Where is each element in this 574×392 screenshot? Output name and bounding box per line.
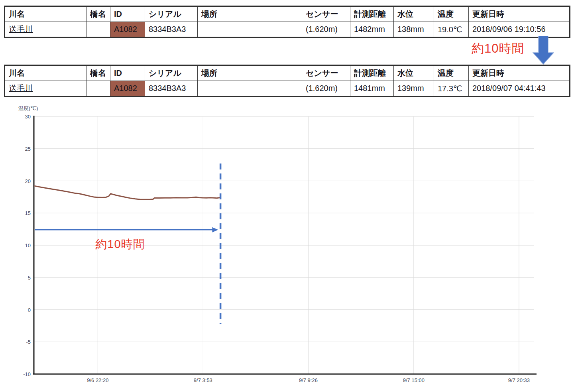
y-tick-label: 5 — [28, 275, 31, 281]
table-row: 送毛川A10828334B3A3(1.620m)1481mm139mm17.3℃… — [5, 81, 570, 97]
header-row: 川名橋名IDシリアル場所センサー計測距離水位温度更新日時 — [5, 65, 570, 81]
col-header-5: センサー — [302, 65, 350, 81]
col-header-4: 場所 — [198, 65, 302, 81]
col-header-4: 場所 — [198, 6, 302, 22]
col-header-8: 温度 — [434, 6, 469, 22]
table-row: 送毛川A10828334B3A3(1.620m)1482mm138mm19.0℃… — [5, 22, 570, 37]
col-header-1: 橋名 — [86, 65, 110, 81]
col-header-0: 川名 — [5, 65, 86, 81]
cell-4 — [198, 22, 302, 37]
y-tick-label: 0 — [28, 307, 31, 313]
cell-2: A1082 — [110, 22, 145, 37]
col-header-8: 温度 — [434, 65, 469, 81]
col-header-6: 計測距離 — [350, 6, 394, 22]
x-tick-label: 9/7 3:53 — [194, 377, 212, 383]
sensor-table-before: 川名橋名IDシリアル場所センサー計測距離水位温度更新日時送毛川A10828334… — [4, 6, 570, 38]
sensor-table-after: 川名橋名IDシリアル場所センサー計測距離水位温度更新日時送毛川A10828334… — [4, 65, 570, 97]
cell-6: 1481mm — [350, 81, 394, 97]
y-tick-label: 25 — [25, 146, 31, 152]
cell-6: 1482mm — [350, 22, 394, 37]
col-header-6: 計測距離 — [350, 65, 394, 81]
cell-5: (1.620m) — [302, 22, 350, 37]
x-tick-label: 9/7 20:33 — [508, 377, 530, 383]
x-tick-label: 9/7 15:00 — [403, 377, 425, 383]
y-tick-label: 15 — [25, 210, 31, 216]
col-header-9: 更新日時 — [469, 6, 570, 22]
down-arrow-icon — [533, 36, 554, 65]
cell-3: 8334B3A3 — [145, 81, 198, 97]
col-header-2: ID — [110, 65, 145, 81]
col-header-3: シリアル — [145, 65, 198, 81]
col-header-1: 橋名 — [86, 6, 110, 22]
y-axis-title: 温度(℃) — [18, 105, 38, 111]
temperature-chart: 302520151050-5-109/6 22:209/7 3:539/7 9:… — [0, 104, 574, 392]
col-header-2: ID — [110, 6, 145, 22]
cell-8: 19.0℃ — [434, 22, 469, 37]
cell-0: 送毛川 — [5, 81, 86, 97]
header-row: 川名橋名IDシリアル場所センサー計測距離水位温度更新日時 — [5, 6, 570, 22]
col-header-5: センサー — [302, 6, 350, 22]
temperature-line — [35, 186, 219, 199]
col-header-7: 水位 — [394, 65, 434, 81]
duration-label-top: 約10時間 — [472, 40, 524, 57]
cell-5: (1.620m) — [302, 81, 350, 97]
down-arrow-shape — [533, 36, 554, 64]
x-tick-label: 9/6 22:20 — [87, 377, 108, 383]
duration-arrow-head — [212, 227, 218, 232]
x-tick-label: 9/7 9:26 — [299, 377, 318, 383]
cell-9: 2018/09/07 04:41:43 — [469, 81, 570, 97]
cell-3: 8334B3A3 — [145, 22, 198, 37]
cell-8: 17.3℃ — [434, 81, 469, 97]
river-name-link[interactable]: 送毛川 — [9, 25, 33, 33]
cell-7: 139mm — [394, 81, 434, 97]
col-header-9: 更新日時 — [469, 65, 570, 81]
y-tick-label: 20 — [25, 178, 31, 184]
river-name-link[interactable]: 送毛川 — [9, 84, 33, 93]
cell-1 — [86, 22, 110, 37]
cell-0: 送毛川 — [5, 22, 86, 37]
y-tick-label: -5 — [26, 339, 31, 345]
col-header-0: 川名 — [5, 6, 86, 22]
duration-label-chart: 約10時間 — [95, 238, 145, 250]
cell-7: 138mm — [394, 22, 434, 37]
y-tick-label: 30 — [25, 114, 31, 120]
y-tick-label: 10 — [25, 242, 31, 248]
col-header-3: シリアル — [145, 6, 198, 22]
cell-9: 2018/09/06 19:10:56 — [469, 22, 570, 37]
cell-1 — [86, 81, 110, 97]
cell-2: A1082 — [110, 81, 145, 97]
cell-4 — [198, 81, 302, 97]
col-header-7: 水位 — [394, 6, 434, 22]
y-tick-label: -10 — [23, 371, 31, 377]
